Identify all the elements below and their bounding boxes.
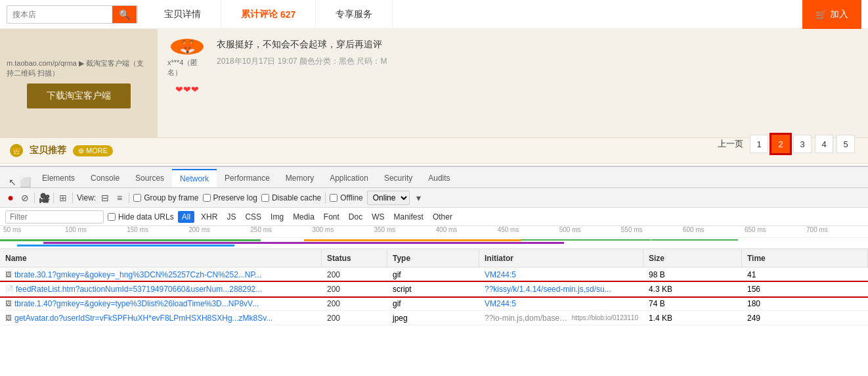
page-2-button[interactable]: 2 [771,135,790,153]
table-row[interactable]: 📄 feedRateList.htm?auctionNumId=53719497… [0,282,868,296]
timeline-label-450: 450 ms [498,226,559,237]
cell-status-1: 200 [322,282,387,296]
table-header: Name Status Type Initiator Size Time [0,249,868,268]
table-row[interactable]: 🖼 tbrate.30.1?gmkey=&gokey=_hng%3DCN%252… [0,268,868,282]
cell-size-1: 4.3 KB [643,282,742,296]
search-button[interactable]: 🔍 [112,6,137,23]
offline-checkbox[interactable] [330,194,337,202]
toolbar-sep-5 [325,193,326,203]
tab-exclusive-service[interactable]: 专享服务 [316,0,393,28]
pagination: 上一页 1 2 3 4 5 [718,135,855,153]
view-label: View: [77,193,96,202]
filter-other[interactable]: Other [430,211,455,223]
devtools-tab-bar: ↖ ⬜ Elements Console Sources Network Per… [0,167,868,188]
page-1-button[interactable]: 1 [750,135,768,153]
filter-icon[interactable]: ⊞ [58,193,68,203]
network-rows: 🖼 tbrate.30.1?gmkey=&gokey=_hng%3DCN%252… [0,268,868,325]
timeline-label-650: 650 ms [745,226,806,237]
timeline-label-500: 500 ms [559,226,621,237]
record-icon[interactable]: ● [5,193,16,203]
header-name[interactable]: Name [0,249,322,267]
rec-bar: 👑 宝贝推荐 ⊕ MORE 上一页 1 2 3 4 5 [0,137,868,164]
hide-data-urls-label: Hide data URLs [118,212,174,222]
header-status[interactable]: Status [322,249,387,267]
tab-network[interactable]: Network [172,169,217,187]
tab-reviews[interactable]: 累计评论 627 [221,0,316,28]
video-icon[interactable]: 🎥 [39,193,49,203]
filter-ws[interactable]: WS [369,211,387,223]
tab-application[interactable]: Application [322,169,376,187]
cell-type-2: gif [387,296,479,310]
filter-manifest[interactable]: Manifest [391,211,426,223]
devtools-panel: ↖ ⬜ Elements Console Sources Network Per… [0,166,868,376]
header-initiator[interactable]: Initiator [479,249,643,267]
nav-tabs: 宝贝详情 累计评论 627 专享服务 [144,0,796,28]
tab-memory[interactable]: Memory [278,169,322,187]
filter-input[interactable] [5,210,104,223]
filter-all-button[interactable]: All [178,211,194,223]
cell-name-1: 📄 feedRateList.htm?auctionNumId=53719497… [0,282,322,296]
filter-doc[interactable]: Doc [346,211,365,223]
header-time[interactable]: Time [742,249,868,267]
file-icon-2: 🖼 [5,300,12,307]
filter-img[interactable]: Img [268,211,286,223]
toolbar-sep-4 [129,193,129,203]
filter-css[interactable]: CSS [242,211,264,223]
cell-name-2: 🖼 tbrate.1.40?gmkey=&gokey=type%3Dlist%2… [0,296,322,310]
cursor-icon[interactable]: ↖ [7,177,18,187]
filter-font[interactable]: Font [321,211,342,223]
page-4-button[interactable]: 4 [815,135,833,153]
stop-icon[interactable]: ⊘ [20,193,30,203]
tab-product-detail[interactable]: 宝贝详情 [144,0,221,28]
list-view-icon[interactable]: ≡ [114,193,125,203]
tab-elements[interactable]: Elements [34,169,83,187]
tab-sources[interactable]: Sources [127,169,172,187]
more-button[interactable]: ⊕ MORE [73,145,113,156]
inspect-icon[interactable]: ⬜ [20,177,30,187]
tab-security[interactable]: Security [376,169,420,187]
file-icon-0: 🖼 [5,271,12,278]
download-button[interactable]: 下载淘宝客户端 [27,83,131,108]
cart-button[interactable]: 🛒 加入 [802,0,861,29]
toolbar-sep-3 [72,193,73,203]
header-type[interactable]: Type [387,249,479,267]
search-box: 🔍 [7,5,138,24]
timeline-label-400: 400 ms [436,226,498,237]
filter-media[interactable]: Media [290,211,317,223]
file-icon-3: 🖼 [5,314,12,321]
rec-title: 宝贝推荐 [30,145,66,156]
filter-bar: Hide data URLs All XHR JS CSS Img Media … [0,208,868,226]
timeline-label-200: 200 ms [188,226,250,237]
timeline-label-600: 600 ms [683,226,745,237]
header-size[interactable]: Size [643,249,742,267]
cell-type-1: script [387,282,479,296]
filter-js[interactable]: JS [224,211,238,223]
cell-name-0: 🖼 tbrate.30.1?gmkey=&gokey=_hng%3DCN%252… [0,268,322,281]
tab-console[interactable]: Console [83,169,127,187]
page-3-button[interactable]: 3 [793,135,812,153]
page-5-button[interactable]: 5 [836,135,855,153]
tab-audits[interactable]: Audits [420,169,458,187]
throttle-select[interactable]: Online [367,191,410,205]
preserve-log-checkbox[interactable] [203,194,211,202]
grid-view-icon[interactable]: ⊟ [100,193,110,203]
table-row[interactable]: 🖼 tbrate.1.40?gmkey=&gokey=type%3Dlist%2… [0,296,868,311]
search-input[interactable] [7,7,112,22]
timeline-labels: 50 ms 100 ms 150 ms 200 ms 250 ms 300 ms… [0,226,868,238]
timeline-label-250: 250 ms [250,226,312,237]
tab-performance[interactable]: Performance [217,169,278,187]
table-row[interactable]: 🖼 getAvatar.do?userIdStr=vFkSPFHuXH*evF8… [0,311,868,325]
hide-data-urls-group: Hide data URLs [108,212,174,222]
offline-label: Offline [340,193,362,202]
filter-xhr[interactable]: XHR [198,211,220,223]
group-by-frame-checkbox[interactable] [133,194,141,202]
disable-cache-checkbox[interactable] [261,194,269,202]
dropdown-icon[interactable]: ▾ [414,193,424,203]
group-by-frame-checkbox-group: Group by frame [133,193,198,202]
review-section: 🦊 x***4（匿名） ❤❤❤ 衣服挺好，不知会不会起球，穿后再追评 2018年… [158,29,868,137]
toolbar-sep-1 [34,193,35,203]
timeline-label-700: 700 ms [806,226,868,237]
cell-time-0: 41 [742,268,868,281]
hide-data-urls-checkbox[interactable] [108,213,116,221]
review-badge: 627 [280,9,295,20]
